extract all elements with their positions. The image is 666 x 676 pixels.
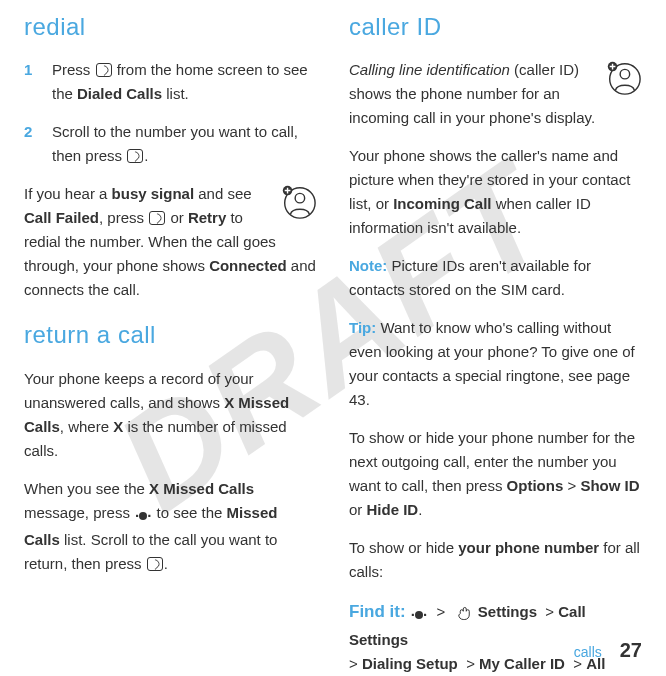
text: message, press	[24, 504, 134, 521]
send-key-icon	[149, 211, 165, 225]
text: , where	[60, 418, 113, 435]
show-hide-paragraph-1: To show or hide your phone number for th…	[349, 426, 642, 522]
note-label: Note:	[349, 257, 387, 274]
ui-label: Dialing Setup	[362, 655, 458, 672]
text: to see the	[152, 504, 226, 521]
center-key-icon	[411, 603, 427, 627]
heading-redial: redial	[24, 8, 317, 46]
text: Your phone keeps a record of your unansw…	[24, 370, 254, 411]
step-2: 2 Scroll to the number you want to call,…	[24, 120, 317, 168]
settings-hand-icon	[455, 603, 473, 628]
text: list.	[162, 85, 189, 102]
tip-paragraph: Tip: Want to know who's calling without …	[349, 316, 642, 412]
ui-label: Options	[507, 477, 564, 494]
ui-label: X	[113, 418, 123, 435]
step-text: Scroll to the number you want to call, t…	[52, 120, 317, 168]
note-paragraph: Note: Picture IDs aren't available for c…	[349, 254, 642, 302]
text: .	[164, 555, 168, 572]
svg-point-1	[295, 194, 305, 204]
gt: >	[437, 603, 446, 620]
text: or	[349, 501, 367, 518]
gt: >	[466, 655, 475, 672]
heading-caller-id: caller ID	[349, 8, 642, 46]
text-bold: busy signal	[112, 185, 195, 202]
contact-plus-icon	[604, 58, 642, 96]
left-column: redial 1 Press from the home screen to s…	[24, 8, 317, 676]
ui-label: Dialed Calls	[77, 85, 162, 102]
send-key-icon	[147, 557, 163, 571]
text: or	[166, 209, 188, 226]
show-hide-paragraph-2: To show or hide your phone number for al…	[349, 536, 642, 584]
footer-section-name: calls	[574, 641, 602, 663]
text: Press	[52, 61, 95, 78]
two-column-layout: redial 1 Press from the home screen to s…	[24, 8, 642, 676]
send-key-icon	[96, 63, 112, 77]
ui-label: Show ID	[580, 477, 639, 494]
text-italic: Calling line identification	[349, 61, 510, 78]
ui-label: X Missed Calls	[149, 480, 254, 497]
ui-label: Settings	[478, 603, 537, 620]
step-number: 1	[24, 58, 52, 106]
tip-label: Tip:	[349, 319, 376, 336]
text: Scroll to the number you want to call, t…	[52, 123, 298, 164]
svg-point-4	[620, 70, 630, 80]
return-paragraph-1: Your phone keeps a record of your unansw…	[24, 367, 317, 463]
right-column: caller ID Calling line identification (c…	[349, 8, 642, 676]
busy-paragraph: If you hear a busy signal and see Call F…	[24, 182, 317, 302]
text-bold: your phone number	[458, 539, 599, 556]
ui-label: Incoming Call	[393, 195, 491, 212]
step-1: 1 Press from the home screen to see the …	[24, 58, 317, 106]
text: When you see the	[24, 480, 149, 497]
text: .	[144, 147, 148, 164]
center-key-icon	[135, 504, 151, 528]
step-text: Press from the home screen to see the Di…	[52, 58, 317, 106]
find-it-label: Find it:	[349, 602, 406, 621]
ui-label: Retry	[188, 209, 226, 226]
gt: >	[567, 477, 576, 494]
ui-label: Call Failed	[24, 209, 99, 226]
send-key-icon	[127, 149, 143, 163]
text: Want to know who's calling without even …	[349, 319, 635, 408]
text: and see	[194, 185, 252, 202]
ui-label: Hide ID	[367, 501, 419, 518]
page-footer: calls 27	[574, 634, 642, 666]
step-number: 2	[24, 120, 52, 168]
text: .	[418, 501, 422, 518]
gt: >	[349, 655, 358, 672]
caller-paragraph-2: Your phone shows the caller's name and p…	[349, 144, 642, 240]
contact-plus-icon	[279, 182, 317, 220]
heading-return-call: return a call	[24, 316, 317, 354]
caller-paragraph-1: Calling line identification (caller ID) …	[349, 58, 642, 130]
text: If you hear a	[24, 185, 112, 202]
text: To show or hide	[349, 539, 458, 556]
gt: >	[545, 603, 554, 620]
footer-page-number: 27	[620, 634, 642, 666]
text: , press	[99, 209, 148, 226]
ui-label: My Caller ID	[479, 655, 565, 672]
return-paragraph-2: When you see the X Missed Calls message,…	[24, 477, 317, 576]
ui-label: Connected	[209, 257, 287, 274]
